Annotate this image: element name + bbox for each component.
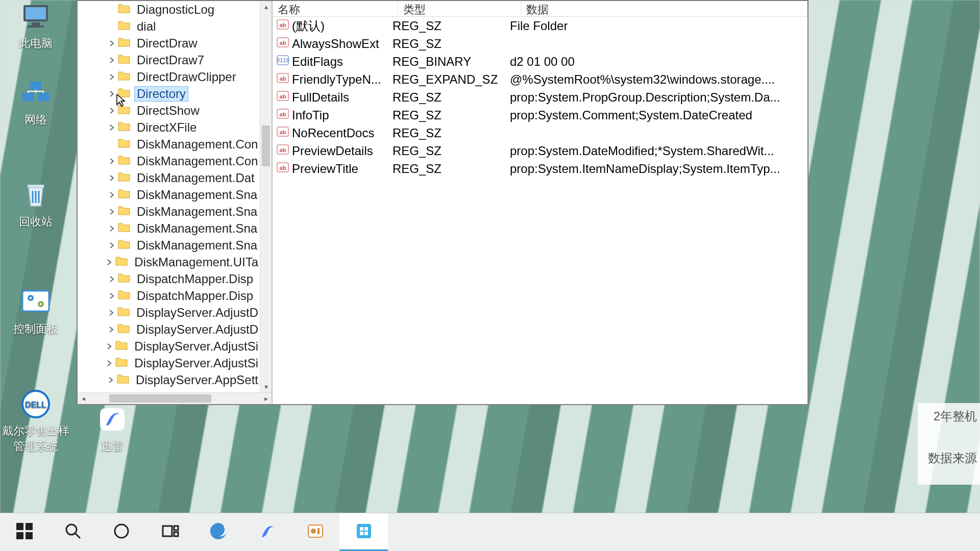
tree-item[interactable]: DirectDraw [78,35,260,52]
expand-chevron-icon[interactable] [108,57,115,64]
taskbar-item-cortana[interactable] [97,513,145,551]
value-row[interactable]: abAlwaysShowExtREG_SZ [273,35,807,53]
start-icon [14,521,35,543]
expand-chevron-icon[interactable] [108,90,115,97]
expand-chevron-icon[interactable] [108,158,115,165]
taskbar-item-search[interactable] [48,513,97,551]
scroll-up-arrow-icon[interactable]: ▴ [260,1,272,12]
tree-item-label: DirectShow [135,104,202,118]
tree-item-label: DiskManagement.Con [135,154,260,168]
desktop-icon-dell[interactable]: DELL戴尔零售出样管理系统 [0,388,71,454]
expand-chevron-icon[interactable] [108,40,115,47]
desktop-icon-recycle[interactable]: 回收站 [0,179,71,230]
desktop-icon-label: 回收站 [0,214,71,230]
tree-item[interactable]: DisplayServer.AdjustSi [78,355,260,371]
expand-chevron-icon[interactable] [106,259,113,266]
tree-item[interactable]: dial [78,18,260,35]
expand-chevron-icon[interactable] [108,225,115,232]
column-header-data[interactable]: 数据 [521,1,807,16]
taskbar-item-taskview[interactable] [145,513,194,551]
column-header-type[interactable]: 类型 [398,1,521,16]
value-row[interactable]: abPreviewTitleREG_SZprop:System.ItemName… [273,160,807,178]
tree-horizontal-scrollbar[interactable]: ◂ ▸ [78,392,272,404]
tree-item[interactable]: DirectDrawClipper [78,68,260,85]
svg-rect-49 [364,527,368,531]
tree-item[interactable]: DiskManagement.Sna [78,203,260,220]
thispc-icon [17,0,54,33]
value-row[interactable]: abNoRecentDocsREG_SZ [273,124,807,142]
desktop-icon-xunlei[interactable]: 迅雷 [77,403,148,454]
desktop-icon-controlpanel[interactable]: 控制面板 [0,286,71,337]
svg-text:ab: ab [280,129,286,135]
tree-item[interactable]: DisplayServer.AdjustSi [78,338,260,355]
column-header-name[interactable]: 名称 [273,1,398,16]
tree-item[interactable]: DiskManagement.Dat [78,169,260,186]
tree-item[interactable]: DiskManagement.Sna [78,220,260,237]
expand-chevron-icon[interactable] [107,377,114,384]
scroll-thumb[interactable] [109,394,211,403]
expand-chevron-icon[interactable] [108,208,115,215]
tree-item[interactable]: DiskManagement.Sna [78,237,260,254]
expand-chevron-icon [108,23,115,30]
taskbar-item-xunlei[interactable] [242,513,291,551]
expand-chevron-icon[interactable] [108,191,115,198]
tree-item[interactable]: DiskManagement.Con [78,153,260,169]
expand-chevron-icon[interactable] [108,242,115,249]
regedit-window: DiagnosticLogdialDirectDrawDirectDraw7Di… [77,0,808,405]
expand-chevron-icon[interactable] [108,276,115,283]
value-data: prop:System.Comment;System.DateCreated [510,108,807,122]
value-row[interactable]: abFriendlyTypeN...REG_EXPAND_SZ@%SystemR… [273,70,807,88]
tree-item[interactable]: DirectXFile [78,119,260,136]
tree-item[interactable]: DispatchMapper.Disp [78,287,260,304]
value-row[interactable]: ab(默认)REG_SZFile Folder [273,17,807,35]
expand-chevron-icon[interactable] [108,292,115,299]
tree-item-label: DiagnosticLog [135,3,216,17]
registry-tree-pane: DiagnosticLogdialDirectDrawDirectDraw7Di… [78,1,273,404]
expand-chevron-icon[interactable] [108,174,115,182]
value-data: d2 01 00 00 [510,55,807,69]
expand-chevron-icon[interactable] [108,309,115,316]
scroll-down-arrow-icon[interactable]: ▾ [260,381,272,392]
tree-item[interactable]: DiskManagement.Con [78,136,260,153]
tree-item[interactable]: DirectShow [78,102,260,119]
scroll-thumb[interactable] [262,126,270,166]
tree-vertical-scrollbar[interactable]: ▴ ▾ [260,1,272,392]
value-data: prop:System.ItemNameDisplay;System.ItemT… [510,162,807,176]
expand-chevron-icon[interactable] [108,326,115,333]
controlpanel-icon [17,286,54,318]
expand-chevron-icon[interactable] [108,124,115,131]
tree-item[interactable]: Directory [78,85,260,102]
value-row[interactable]: 0110EditFlagsREG_BINARYd2 01 00 00 [273,53,807,70]
tree-item[interactable]: DiskManagement.UITa [78,254,260,270]
tree-item[interactable]: DirectDraw7 [78,52,260,68]
tree-item[interactable]: DiagnosticLog [78,1,260,18]
tree-item[interactable]: DisplayServer.AdjustD [78,321,260,338]
desktop-icon-network[interactable]: 网络 [0,77,71,128]
svg-text:ab: ab [280,165,286,171]
folder-icon [117,322,134,337]
value-row[interactable]: abFullDetailsREG_SZprop:System.PropGroup… [273,88,807,106]
taskbar-item-app1[interactable] [291,513,339,551]
value-row[interactable]: abInfoTipREG_SZprop:System.Comment;Syste… [273,106,807,124]
taskbar-item-start[interactable] [0,513,48,551]
desktop-icon-thispc[interactable]: 此电脑 [0,0,71,51]
scroll-left-arrow-icon[interactable]: ◂ [78,394,89,403]
tree-item[interactable]: DispatchMapper.Disp [78,270,260,287]
tree-item[interactable]: DiskManagement.Sna [78,186,260,203]
taskbar-item-edge[interactable] [194,513,242,551]
svg-text:ab: ab [280,22,286,28]
tree-item[interactable]: DisplayServer.AdjustD [78,304,260,321]
expand-chevron-icon[interactable] [108,107,115,114]
folder-icon [117,3,135,17]
scroll-right-arrow-icon[interactable]: ▸ [260,394,272,403]
value-row[interactable]: abPreviewDetailsREG_SZprop:System.DateMo… [273,142,807,160]
folder-icon [117,36,135,51]
value-name: EditFlags [292,55,343,69]
value-data: File Folder [510,19,807,33]
expand-chevron-icon[interactable] [106,360,113,367]
tree-item-label: DiskManagement.Sna [135,221,259,236]
tree-item[interactable]: DisplayServer.AppSett [78,371,260,388]
expand-chevron-icon[interactable] [108,73,115,81]
taskbar-item-app2[interactable] [339,513,388,551]
expand-chevron-icon[interactable] [106,343,113,350]
